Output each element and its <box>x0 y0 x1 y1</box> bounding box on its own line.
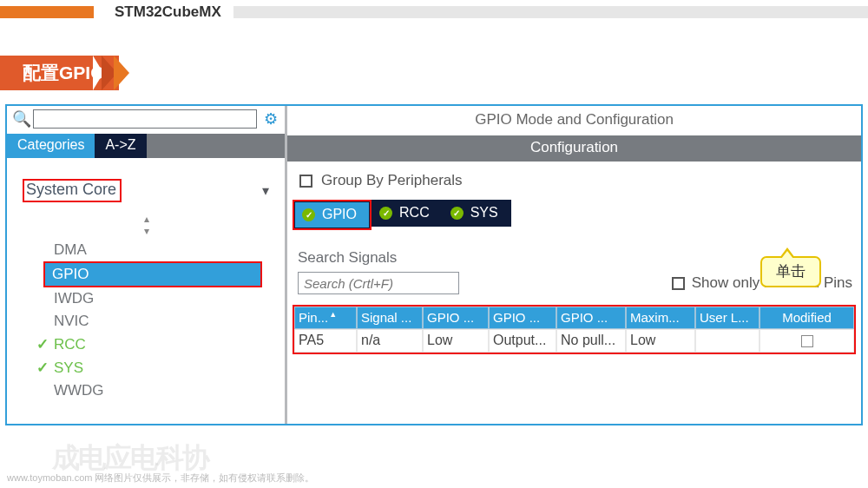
col-user[interactable]: User L... <box>695 307 760 329</box>
group-by-label: Group By Peripherals <box>321 172 463 189</box>
col-gpio1[interactable]: GPIO ... <box>423 307 489 329</box>
check-icon <box>450 207 464 220</box>
left-tabs: Categories A->Z <box>7 134 285 158</box>
periph-tab-rcc[interactable]: RCC <box>372 200 443 227</box>
tree-item-iwdg[interactable]: IWDG <box>47 287 271 310</box>
pin-table: Pin...▲ Signal ... GPIO ... GPIO ... GPI… <box>293 305 856 354</box>
cell-gpio1: Low <box>423 329 489 353</box>
search-row: 🔍 ⚙ <box>7 106 285 134</box>
left-pane: 🔍 ⚙ Categories A->Z System Core ▾ ▴▾ DMA… <box>7 106 285 424</box>
category-body: System Core ▾ ▴▾ DMA GPIO IWDG NVIC ✓RCC… <box>7 158 285 411</box>
system-core-row[interactable]: System Core ▾ <box>21 175 271 206</box>
col-pin[interactable]: Pin...▲ <box>294 307 357 329</box>
check-icon <box>302 208 315 221</box>
modified-checkbox <box>801 335 813 347</box>
cell-user <box>695 329 760 353</box>
tree-item-nvic[interactable]: NVIC <box>47 310 271 333</box>
gpio-title: GPIO Mode and Configuration <box>287 106 861 135</box>
app-title: STM32CubeMX <box>115 3 221 21</box>
sort-arrows[interactable]: ▴▾ <box>21 213 271 237</box>
col-signal[interactable]: Signal ... <box>357 307 423 329</box>
title-bar: STM32CubeMX <box>0 0 868 24</box>
peripheral-tree: DMA <box>21 239 271 261</box>
cell-max: Low <box>626 329 695 353</box>
periph-tab-sys[interactable]: SYS <box>443 200 511 227</box>
periph-tab-gpio[interactable]: GPIO <box>294 201 370 228</box>
cell-gpio2: Output... <box>489 329 556 353</box>
gear-icon[interactable]: ⚙ <box>264 109 278 129</box>
tree-item-sys[interactable]: ✓SYS <box>47 356 271 379</box>
tree-item-dma[interactable]: DMA <box>47 239 271 261</box>
tab-a-to-z[interactable]: A->Z <box>95 134 146 158</box>
chevron-down-icon: ▾ <box>262 182 269 199</box>
check-icon <box>379 207 392 220</box>
footer-note: www.toymoban.com 网络图片仅供展示，非存储，如有侵权请联系删除。 <box>7 472 314 485</box>
callout-bubble: 单击 <box>760 256 821 287</box>
tab-categories[interactable]: Categories <box>7 134 95 158</box>
cell-gpio3: No pull... <box>556 329 626 353</box>
col-gpio3[interactable]: GPIO ... <box>556 307 626 329</box>
tab-fill <box>147 134 286 158</box>
group-by-checkbox[interactable] <box>299 175 312 188</box>
signal-search-input[interactable] <box>298 272 459 294</box>
accent-bar <box>0 6 94 18</box>
category-search-input[interactable] <box>33 109 257 129</box>
table-row[interactable]: PA5 n/a Low Output... No pull... Low <box>294 329 854 353</box>
peripheral-tree-2: IWDG NVIC ✓RCC ✓SYS WWDG <box>21 287 271 402</box>
app-panel: 🔍 ⚙ Categories A->Z System Core ▾ ▴▾ DMA… <box>5 104 863 425</box>
configuration-bar: Configuration <box>287 135 861 162</box>
chevron-icon <box>114 56 129 90</box>
cell-pin: PA5 <box>294 329 357 353</box>
col-max[interactable]: Maxim... <box>626 307 695 329</box>
search-icon[interactable]: 🔍 <box>12 109 31 129</box>
group-by-row[interactable]: Group By Peripherals <box>287 162 861 200</box>
title-fill <box>233 6 868 18</box>
show-modified-checkbox[interactable] <box>672 277 685 290</box>
highlight-gpio-tab: GPIO <box>293 200 372 230</box>
table-header: Pin...▲ Signal ... GPIO ... GPIO ... GPI… <box>294 307 854 329</box>
system-core-label: System Core <box>26 181 116 198</box>
tree-item-rcc[interactable]: ✓RCC <box>47 333 271 356</box>
cell-signal: n/a <box>357 329 423 353</box>
right-pane: GPIO Mode and Configuration Configuratio… <box>285 106 861 424</box>
tree-item-wwdg[interactable]: WWDG <box>47 379 271 402</box>
col-gpio2[interactable]: GPIO ... <box>489 307 556 329</box>
tree-item-gpio[interactable]: GPIO <box>45 263 260 286</box>
cell-modified[interactable] <box>760 329 854 353</box>
col-modified[interactable]: Modified <box>760 307 854 329</box>
highlight-gpio: GPIO <box>43 261 262 287</box>
sort-icon: ▲ <box>329 310 337 319</box>
section-heading: 配置GPIO <box>0 56 868 90</box>
